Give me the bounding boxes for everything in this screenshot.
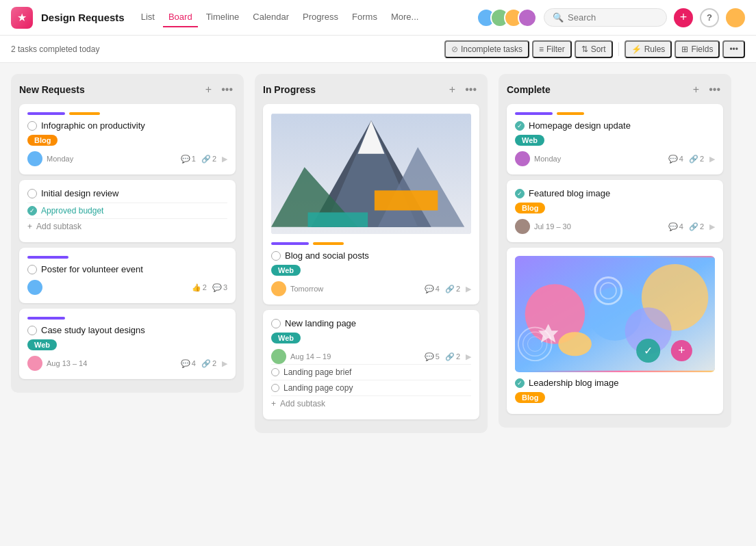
subtask-approved-budget: ✓ Approved budget bbox=[27, 203, 227, 218]
comment-icon: 💬 bbox=[181, 359, 190, 368]
task-check-icon[interactable] bbox=[27, 265, 37, 274]
tag-blog[interactable]: Blog bbox=[515, 203, 545, 213]
rules-button[interactable]: ⚡ Rules bbox=[625, 40, 672, 58]
column-title-new-requests: New Requests bbox=[19, 84, 203, 95]
comment-icon: 💬 bbox=[212, 283, 222, 292]
card-poster: Poster for volunteer event 👍 2 💬 3 bbox=[19, 248, 236, 303]
card-footer-case-study: Aug 13 – 14 💬 4 🔗 2 ▶ bbox=[27, 356, 227, 371]
add-card-new-requests[interactable]: + bbox=[203, 82, 214, 97]
card-initial-design: Initial design review ✓ Approved budget … bbox=[19, 180, 236, 242]
card-image-mountain bbox=[271, 112, 471, 235]
card-title-infographic[interactable]: Infographic on productivity bbox=[27, 120, 227, 131]
color-bar-gold bbox=[557, 112, 584, 115]
add-card-in-progress[interactable]: + bbox=[446, 82, 458, 97]
svg-point-15 bbox=[558, 332, 592, 356]
subtask-check[interactable] bbox=[271, 368, 279, 376]
card-footer-infographic: Monday 💬 1 🔗 2 ▶ bbox=[27, 151, 227, 166]
tab-forms[interactable]: Forms bbox=[346, 8, 383, 27]
column-new-requests: New Requests + ••• Infographic on produc… bbox=[11, 74, 244, 393]
search-box[interactable]: 🔍 bbox=[544, 8, 667, 27]
task-check-done-icon: ✓ bbox=[515, 378, 525, 388]
add-button[interactable]: + bbox=[674, 8, 693, 27]
comment-icon: 💬 bbox=[425, 352, 434, 361]
tag-web[interactable]: Web bbox=[271, 265, 301, 276]
card-title-homepage[interactable]: ✓ Homepage design update bbox=[515, 120, 715, 131]
fields-button[interactable]: ⊞ Fields bbox=[675, 40, 720, 58]
tab-timeline[interactable]: Timeline bbox=[201, 8, 245, 27]
tag-web[interactable]: Web bbox=[271, 333, 301, 343]
task-check-done-icon: ✓ bbox=[515, 189, 525, 198]
more-in-progress[interactable]: ••• bbox=[462, 82, 479, 97]
card-title-poster[interactable]: Poster for volunteer event bbox=[27, 264, 227, 274]
expand-icon[interactable]: ▶ bbox=[709, 155, 715, 164]
expand-icon[interactable]: ▶ bbox=[466, 352, 471, 361]
task-check-icon[interactable] bbox=[271, 251, 281, 261]
tab-more[interactable]: More... bbox=[386, 8, 424, 27]
card-title-case-study[interactable]: Case study layout designs bbox=[27, 325, 227, 335]
tag-blog[interactable]: Blog bbox=[515, 392, 545, 403]
tab-list[interactable]: List bbox=[136, 8, 160, 27]
tab-calendar[interactable]: Calendar bbox=[247, 8, 294, 27]
comment-count: 💬 4 bbox=[668, 155, 683, 164]
card-title-initial[interactable]: Initial design review bbox=[27, 188, 227, 198]
avatar-4[interactable] bbox=[518, 8, 537, 27]
card-title-leadership[interactable]: ✓ Leadership blog image bbox=[515, 378, 715, 388]
expand-icon[interactable]: ▶ bbox=[709, 222, 715, 231]
task-check-icon[interactable] bbox=[27, 326, 37, 335]
sort-icon: ⇅ bbox=[581, 44, 588, 54]
card-landing-page: New landing page Web Aug 14 – 19 💬 5 🔗 2 bbox=[263, 310, 479, 419]
add-card-complete[interactable]: + bbox=[690, 82, 702, 97]
subtask-check[interactable] bbox=[271, 384, 279, 392]
card-title-featured[interactable]: ✓ Featured blog image bbox=[515, 188, 715, 198]
expand-icon[interactable]: ▶ bbox=[222, 155, 227, 164]
attachment-icon: 🔗 bbox=[445, 352, 455, 361]
comment-count: 💬 4 bbox=[425, 285, 440, 294]
card-stats-case-study: 💬 4 🔗 2 ▶ bbox=[181, 359, 227, 368]
tab-board[interactable]: Board bbox=[163, 8, 198, 27]
abstract-art-image: ✓ + bbox=[515, 256, 715, 372]
user-avatar[interactable] bbox=[726, 8, 745, 27]
add-subtask-btn[interactable]: + Add subtask bbox=[27, 218, 227, 234]
card-blog-social: Blog and social posts Web Tomorrow 💬 4 🔗… bbox=[263, 104, 479, 304]
task-check-icon[interactable] bbox=[27, 189, 37, 198]
tab-progress[interactable]: Progress bbox=[297, 8, 344, 27]
card-stats: 💬 4 🔗 2 ▶ bbox=[668, 155, 715, 164]
team-avatars bbox=[477, 8, 537, 27]
search-input[interactable] bbox=[568, 12, 658, 23]
filter-button[interactable]: ≡ Filter bbox=[532, 40, 572, 58]
help-button[interactable]: ? bbox=[700, 8, 719, 27]
svg-text:✓: ✓ bbox=[644, 345, 653, 356]
divider bbox=[618, 42, 619, 56]
nav-tabs: List Board Timeline Calendar Progress Fo… bbox=[136, 8, 425, 27]
tag-blog[interactable]: Blog bbox=[27, 135, 58, 146]
card-footer-homepage: Monday 💬 4 🔗 2 ▶ bbox=[515, 151, 715, 166]
fields-icon: ⊞ bbox=[681, 44, 688, 54]
more-new-requests[interactable]: ••• bbox=[218, 82, 236, 97]
card-featured-blog: ✓ Featured blog image Blog Jul 19 – 30 💬… bbox=[507, 180, 723, 242]
card-title-landing[interactable]: New landing page bbox=[271, 318, 471, 328]
card-date: Monday bbox=[534, 155, 561, 163]
add-subtask-btn[interactable]: + Add subtask bbox=[271, 395, 471, 411]
tag-web[interactable]: Web bbox=[27, 339, 57, 350]
attachment-icon: 🔗 bbox=[689, 155, 698, 164]
assignee-avatar bbox=[271, 281, 286, 296]
task-check-icon[interactable] bbox=[27, 121, 37, 131]
assignee-avatar bbox=[515, 151, 530, 166]
attachment-count: 🔗 2 bbox=[201, 359, 216, 368]
card-footer-blog-social: Tomorrow 💬 4 🔗 2 ▶ bbox=[271, 281, 471, 296]
search-icon: 🔍 bbox=[553, 12, 564, 23]
tag-web[interactable]: Web bbox=[515, 135, 544, 146]
task-check-icon[interactable] bbox=[271, 319, 281, 328]
attachment-icon: 🔗 bbox=[689, 222, 698, 231]
card-homepage-design: ✓ Homepage design update Web Monday 💬 4 … bbox=[507, 104, 723, 174]
expand-icon[interactable]: ▶ bbox=[466, 285, 471, 294]
card-title-blog-social[interactable]: Blog and social posts bbox=[271, 250, 471, 261]
expand-icon[interactable]: ▶ bbox=[222, 359, 227, 368]
add-icon: + bbox=[271, 399, 276, 408]
card-stats: 💬 4 🔗 2 ▶ bbox=[425, 285, 471, 294]
incomplete-tasks-button[interactable]: ⊘ Incomplete tasks bbox=[444, 40, 529, 58]
more-options-button[interactable]: ••• bbox=[722, 40, 745, 58]
card-color-bars bbox=[271, 242, 471, 245]
sort-button[interactable]: ⇅ Sort bbox=[575, 40, 613, 58]
more-complete[interactable]: ••• bbox=[706, 82, 723, 97]
